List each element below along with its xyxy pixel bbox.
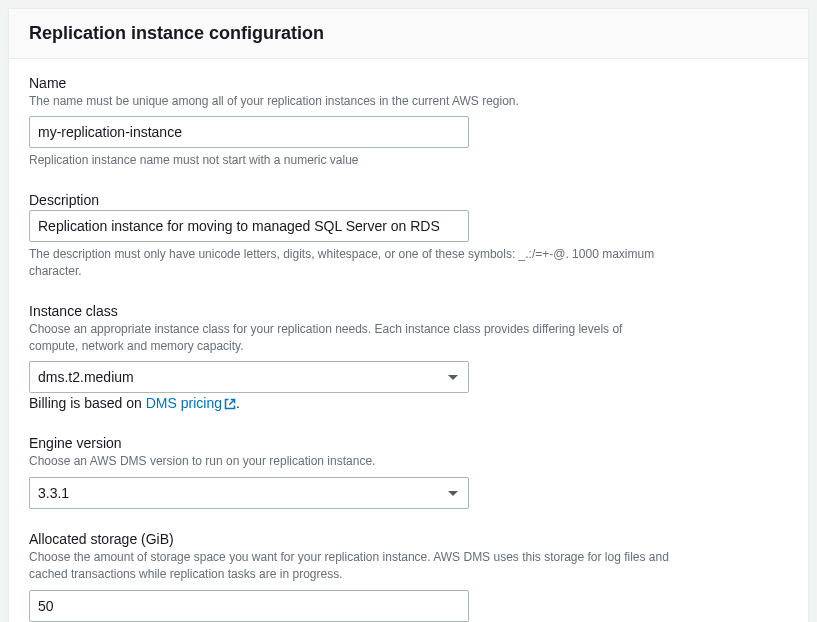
panel-title: Replication instance configuration — [29, 23, 788, 44]
instance-class-hint: Choose an appropriate instance class for… — [29, 321, 669, 356]
instance-class-label: Instance class — [29, 303, 788, 319]
panel-header: Replication instance configuration — [9, 9, 808, 59]
billing-note: Billing is based on DMS pricing. — [29, 395, 788, 413]
engine-version-label: Engine version — [29, 435, 788, 451]
panel-body: Name The name must be unique among all o… — [9, 59, 808, 622]
engine-version-field: Engine version Choose an AWS DMS version… — [29, 435, 788, 508]
name-label: Name — [29, 75, 788, 91]
allocated-storage-input[interactable] — [29, 590, 469, 622]
description-constraint: The description must only have unicode l… — [29, 246, 669, 281]
engine-version-select[interactable]: 3.3.1 — [29, 477, 469, 509]
allocated-storage-label: Allocated storage (GiB) — [29, 531, 788, 547]
replication-instance-config-panel: Replication instance configuration Name … — [8, 8, 809, 622]
external-link-icon — [224, 397, 236, 413]
allocated-storage-hint: Choose the amount of storage space you w… — [29, 549, 669, 584]
instance-class-value: dms.t2.medium — [38, 369, 134, 385]
name-hint: The name must be unique among all of you… — [29, 93, 669, 110]
billing-prefix: Billing is based on — [29, 395, 146, 411]
dms-pricing-link[interactable]: DMS pricing — [146, 395, 236, 411]
description-input[interactable] — [29, 210, 469, 242]
description-field: Description The description must only ha… — [29, 192, 788, 281]
description-label: Description — [29, 192, 788, 208]
name-input[interactable] — [29, 116, 469, 148]
name-constraint: Replication instance name must not start… — [29, 152, 669, 169]
instance-class-select[interactable]: dms.t2.medium — [29, 361, 469, 393]
engine-version-value: 3.3.1 — [38, 485, 69, 501]
name-field: Name The name must be unique among all o… — [29, 75, 788, 170]
engine-version-hint: Choose an AWS DMS version to run on your… — [29, 453, 669, 470]
billing-suffix: . — [236, 395, 240, 411]
allocated-storage-field: Allocated storage (GiB) Choose the amoun… — [29, 531, 788, 622]
instance-class-field: Instance class Choose an appropriate ins… — [29, 303, 788, 414]
